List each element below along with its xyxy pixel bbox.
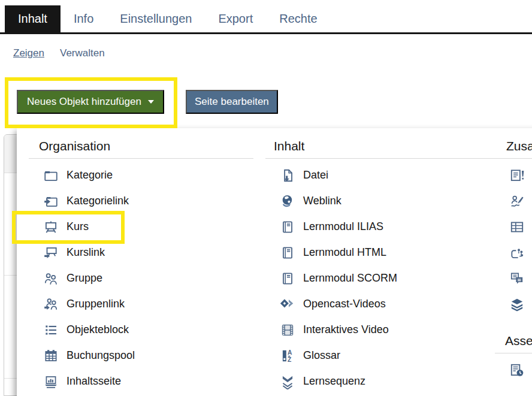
folder-link-icon [43,194,59,209]
menu-section-header: Asse [495,330,532,353]
menu-item-lernmodul-scorm[interactable]: Lernmodul SCORM [265,265,496,291]
glossary-icon: AZ [280,348,295,364]
menu-column-clipped: Zusa [495,135,532,396]
opencast-icon [280,297,295,312]
menu-item-label: Gruppenlink [66,298,125,310]
menu-item-label: Lernsequenz [303,375,365,388]
svg-text:Z: Z [288,356,291,363]
chevrons-down-icon [280,374,295,389]
tab-rechte[interactable]: Rechte [266,5,330,32]
edit-page-label: Seite bearbeiten [195,96,269,108]
menu-item-clipped[interactable] [495,291,532,317]
tutorial-highlight-add-button [5,77,177,128]
easel-link-icon [43,245,59,261]
tab-einstellungen[interactable]: Einstellungen [107,5,205,32]
menu-item-gruppe[interactable]: Gruppe [29,265,253,291]
menu-item-datei[interactable]: Datei [265,162,496,188]
person-signature-icon [509,194,525,209]
menu-item-clipped[interactable] [495,357,532,383]
menu-item-label: Kategorielink [66,195,129,207]
people-icon [43,271,59,286]
menu-item-clipped[interactable] [495,188,532,214]
document-exclamation-icon [509,168,525,183]
file-download-icon [280,168,295,183]
menu-item-label: Lernmodul SCORM [303,272,397,285]
folder-icon [43,168,59,183]
book-icon [280,245,295,261]
voting-icon [509,245,525,261]
menu-list [495,162,532,317]
menu-item-label: Lernmodul ILIAS [303,220,383,233]
menu-item-label: Interaktives Video [303,324,389,336]
page-chart-icon [43,374,59,389]
menu-item-glossar[interactable]: AZ Glossar [265,343,496,368]
menu-item-lernmodul-ilias[interactable]: Lernmodul ILIAS [265,214,496,240]
forum-icon [509,271,525,286]
menu-column-organisation: Organisation Kategorie Kategorielink Kur… [29,135,253,394]
menu-list: Kategorie Kategorielink Kurs Kurslink [29,162,253,394]
book-icon [280,271,295,286]
filmstrip-icon [280,322,295,338]
menu-item-label: Inhaltsseite [66,375,121,388]
menu-item-clipped[interactable] [495,214,532,240]
menu-item-label: Glossar [303,349,340,362]
menu-item-label: Lernmodul HTML [303,246,386,259]
menu-item-kategorie[interactable]: Kategorie [29,162,253,188]
calendar-icon [43,348,59,364]
menu-item-clipped[interactable] [495,383,532,396]
partial-loops-icon [509,388,525,396]
globe-link-icon [280,194,295,209]
tab-export[interactable]: Export [205,5,266,32]
menu-item-label: Kurslink [66,246,105,259]
add-object-dropdown-panel: Organisation Kategorie Kategorielink Kur… [17,128,532,396]
menu-item-clipped[interactable] [495,162,532,188]
menu-column-inhalt: Inhalt Datei Weblink Lernmodul ILIAS [265,135,496,394]
menu-item-gruppenlink[interactable]: Gruppenlink [29,291,253,317]
file-clock-icon [509,362,525,378]
sub-tab-bar: Zeigen Verwalten [13,47,105,59]
menu-item-label: Objekteblock [66,324,129,336]
menu-item-clipped[interactable] [495,240,532,265]
layers-icon [509,297,525,312]
subtab-verwalten[interactable]: Verwalten [60,47,105,59]
menu-item-label: Datei [303,169,328,182]
menu-item-label: Opencast-Videos [303,298,386,310]
tab-inhalt[interactable]: Inhalt [5,5,61,32]
svg-text:A: A [288,349,292,356]
book-icon [280,219,295,235]
menu-section-header: Zusa [495,135,532,159]
main-tab-bar: Inhalt Info Einstellungen Export Rechte [0,5,532,34]
menu-item-buchungspool[interactable]: Buchungspool [29,343,253,368]
subtab-zeigen[interactable]: Zeigen [13,47,44,59]
menu-item-clipped[interactable] [495,265,532,291]
menu-item-label: Buchungspool [66,349,135,362]
menu-list [495,357,532,396]
menu-list: Datei Weblink Lernmodul ILIAS Lernmodul … [265,162,496,394]
menu-section-header: Inhalt [265,135,496,159]
menu-item-opencast-videos[interactable]: Opencast-Videos [265,291,496,317]
tutorial-highlight-kurs-item [12,211,125,244]
menu-section-header: Organisation [29,135,253,159]
menu-item-label: Weblink [303,195,341,207]
menu-item-inhaltsseite[interactable]: Inhaltsseite [29,368,253,394]
list-icon [43,322,59,338]
menu-item-interaktives-video[interactable]: Interaktives Video [265,317,496,343]
tab-info[interactable]: Info [61,5,107,32]
menu-item-label: Kategorie [66,169,113,182]
menu-item-weblink[interactable]: Weblink [265,188,496,214]
people-link-icon [43,297,59,312]
menu-item-lernmodul-html[interactable]: Lernmodul HTML [265,240,496,265]
menu-item-lernsequenz[interactable]: Lernsequenz [265,368,496,394]
table-icon [509,219,525,235]
menu-item-kategorielink[interactable]: Kategorielink [29,188,253,214]
menu-item-label: Gruppe [66,272,102,285]
edit-page-button[interactable]: Seite bearbeiten [186,90,278,114]
menu-item-objekteblock[interactable]: Objekteblock [29,317,253,343]
